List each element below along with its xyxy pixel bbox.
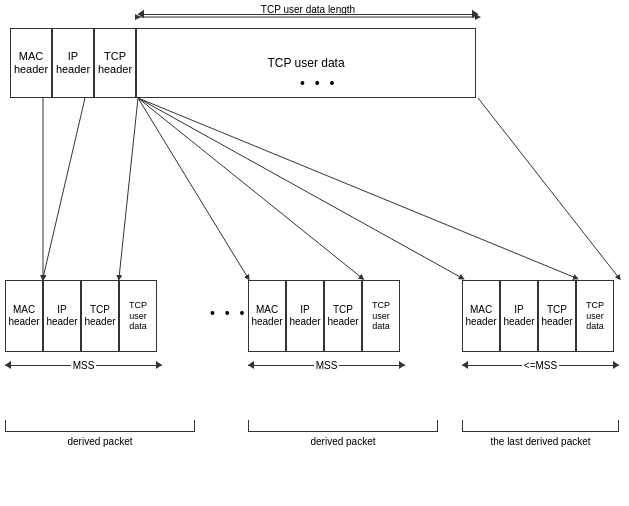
- mss-3: <=MSS: [462, 357, 619, 373]
- svg-line-2: [119, 98, 138, 278]
- p3-tcp-data: TCP user data: [576, 280, 614, 352]
- mss-label-1: MSS: [71, 360, 97, 371]
- original-packet: MAC header IP header TCP header TCP user…: [10, 28, 476, 98]
- bracket-label-2: derived packet: [248, 436, 438, 447]
- bracket-label-3: the last derived packet: [462, 436, 619, 447]
- p1-tcp-data: TCP user data: [119, 280, 157, 352]
- mss-label-3: <=MSS: [522, 360, 559, 371]
- svg-line-5: [138, 98, 462, 278]
- bracket-label-1: derived packet: [5, 436, 195, 447]
- bracket-2: derived packet: [248, 420, 438, 447]
- dots-bottom: • • •: [210, 305, 247, 321]
- p1-mac-header: MAC header: [5, 280, 43, 352]
- bracket-3: the last derived packet: [462, 420, 619, 447]
- p1-tcp-header: TCP header: [81, 280, 119, 352]
- p2-mac-header: MAC header: [248, 280, 286, 352]
- bottom-packet-2: MAC header IP header TCP header TCP user…: [248, 280, 400, 352]
- p3-ip-header: IP header: [500, 280, 538, 352]
- mss-2: MSS: [248, 357, 405, 373]
- top-mac-header: MAC header: [10, 28, 52, 98]
- svg-line-7: [478, 98, 619, 278]
- network-diagram: TCP user data length MAC header IP heade…: [0, 0, 629, 506]
- svg-line-3: [138, 98, 248, 278]
- p2-tcp-data: TCP user data: [362, 280, 400, 352]
- bracket-1: derived packet: [5, 420, 195, 447]
- svg-line-6: [138, 98, 576, 278]
- p3-mac-header: MAC header: [462, 280, 500, 352]
- bottom-packet-1: MAC header IP header TCP header TCP user…: [5, 280, 157, 352]
- tcp-length-arrow: [138, 14, 478, 15]
- p2-ip-header: IP header: [286, 280, 324, 352]
- bottom-packet-3: MAC header IP header TCP header TCP user…: [462, 280, 614, 352]
- top-ip-header: IP header: [52, 28, 94, 98]
- mss-label-2: MSS: [314, 360, 340, 371]
- svg-line-4: [138, 98, 362, 278]
- mss-1: MSS: [5, 357, 162, 373]
- dots-top: • • •: [300, 75, 337, 91]
- p2-tcp-header: TCP header: [324, 280, 362, 352]
- p1-ip-header: IP header: [43, 280, 81, 352]
- p3-tcp-header: TCP header: [538, 280, 576, 352]
- top-tcp-header: TCP header: [94, 28, 136, 98]
- svg-line-8: [43, 98, 85, 278]
